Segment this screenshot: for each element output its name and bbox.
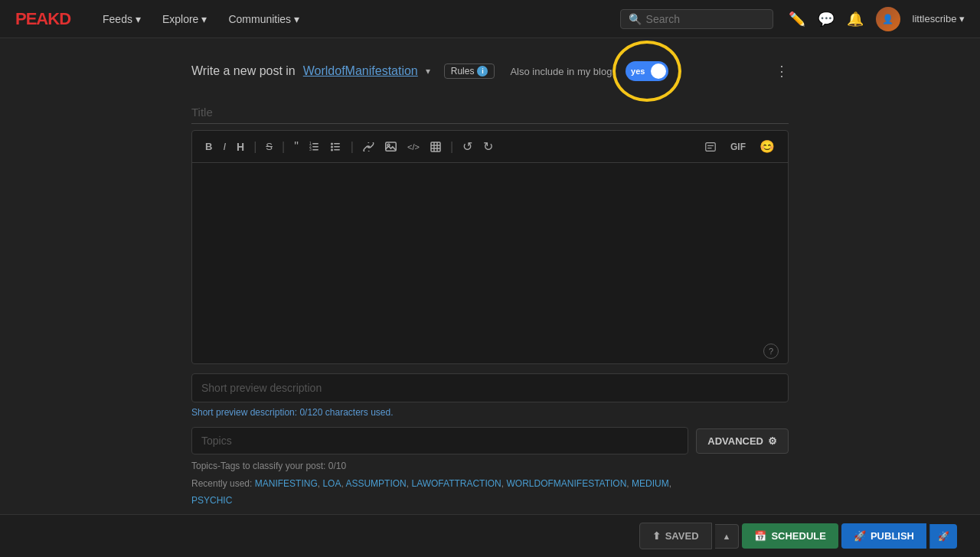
logo-accent: D xyxy=(59,9,70,28)
tag-worldofmanifestation[interactable]: WORLDOFMANIFESTATION xyxy=(506,478,626,489)
nav-feeds[interactable]: Feeds ▾ xyxy=(93,8,150,30)
toggle-label: yes xyxy=(631,67,645,76)
info-icon: i xyxy=(477,66,488,77)
search-icon: 🔍 xyxy=(629,13,642,25)
publish-dropdown-button[interactable]: 🚀 xyxy=(929,524,957,549)
blog-label: Also include in my blog: xyxy=(510,66,615,77)
logo-text: PEAK xyxy=(15,9,59,28)
help-button[interactable]: ? xyxy=(763,344,779,359)
strikethrough-button[interactable]: S xyxy=(262,138,276,155)
svg-rect-9 xyxy=(334,143,340,145)
chat-icon[interactable]: 💬 xyxy=(818,11,835,28)
saved-dropdown-button[interactable]: ▲ xyxy=(715,524,740,549)
publish-icon: 🚀 xyxy=(854,530,866,542)
nav-links: Feeds ▾ Explore ▾ Communities ▾ xyxy=(93,8,309,30)
gif-button[interactable]: GIF xyxy=(727,139,750,155)
saved-button[interactable]: ⬆ SAVED xyxy=(639,523,712,549)
tag-manifesting[interactable]: MANIFESTING xyxy=(255,478,318,489)
svg-rect-14 xyxy=(431,142,440,151)
nav-explore[interactable]: Explore ▾ xyxy=(153,8,216,30)
svg-rect-11 xyxy=(334,149,340,151)
separator-4: | xyxy=(450,140,453,154)
gear-icon: ⚙ xyxy=(768,435,777,447)
brand-logo[interactable]: PEAKD xyxy=(15,9,70,29)
edit-icon[interactable]: ✏️ xyxy=(789,11,805,28)
avatar[interactable]: 👤 xyxy=(876,7,900,31)
svg-point-7 xyxy=(331,145,333,148)
svg-rect-12 xyxy=(386,142,397,151)
calendar-icon: 📅 xyxy=(754,530,766,542)
nav-icons: ✏️ 💬 🔔 👤 littlescribe ▾ xyxy=(789,7,965,31)
bold-button[interactable]: B xyxy=(201,138,216,155)
title-input[interactable] xyxy=(191,101,789,124)
link-button[interactable] xyxy=(359,140,378,154)
publish-button[interactable]: 🚀 PUBLISH xyxy=(841,523,926,549)
post-heading-prefix: Write a new post in xyxy=(191,64,296,78)
separator-1: | xyxy=(253,140,256,154)
schedule-button[interactable]: 📅 SCHEDULE xyxy=(742,523,838,549)
separator-2: | xyxy=(282,140,285,154)
bell-icon[interactable]: 🔔 xyxy=(847,11,864,28)
heading-button[interactable]: H xyxy=(233,138,248,155)
main-content: Write a new post in WorldofManifestation… xyxy=(0,0,980,557)
editor-wrapper: B I H | S | " 123 | < xyxy=(191,130,789,364)
topics-input[interactable] xyxy=(191,427,688,454)
unordered-list-button[interactable] xyxy=(327,139,345,155)
tag-assumption[interactable]: ASSUMPTION xyxy=(345,478,406,489)
recent-tags: Recently used: MANIFESTING, LOA, ASSUMPT… xyxy=(191,476,789,509)
ordered-list-button[interactable]: 123 xyxy=(305,139,324,155)
community-name[interactable]: WorldofManifestation xyxy=(303,64,418,78)
redo-button[interactable]: ↻ xyxy=(479,137,497,156)
tag-psychic[interactable]: PSYCHIC xyxy=(191,495,232,506)
tag-medium[interactable]: MEDIUM xyxy=(632,478,669,489)
blog-toggle[interactable]: yes xyxy=(626,61,668,81)
svg-text:3: 3 xyxy=(309,147,312,151)
more-options-button[interactable]: ⋮ xyxy=(775,63,789,80)
chevron-down-icon: ▾ xyxy=(959,13,965,24)
svg-rect-10 xyxy=(334,146,340,148)
search-box[interactable]: 🔍 xyxy=(620,9,773,29)
text-insert-button[interactable] xyxy=(701,139,720,155)
code-button[interactable]: </> xyxy=(403,140,423,154)
blockquote-button[interactable]: " xyxy=(290,138,302,156)
topics-note: Topics-Tags to classify your post: 0/10 xyxy=(191,461,789,471)
svg-rect-2 xyxy=(312,149,318,151)
emoji-button[interactable]: 😊 xyxy=(756,137,779,156)
char-count: Short preview description: 0/120 charact… xyxy=(191,407,789,418)
svg-rect-19 xyxy=(706,142,715,151)
toolbar-right: GIF 😊 xyxy=(701,137,779,156)
chevron-down-icon: ▾ xyxy=(136,13,141,25)
community-dropdown[interactable]: ▾ xyxy=(426,66,430,77)
svg-point-6 xyxy=(331,142,333,145)
nav-communities[interactable]: Communities ▾ xyxy=(219,8,309,30)
tag-loa[interactable]: LOA xyxy=(322,478,341,489)
title-row xyxy=(191,101,789,124)
topics-row: ADVANCED ⚙ xyxy=(191,427,789,454)
separator-3: | xyxy=(351,140,354,154)
toggle-knob xyxy=(651,64,666,79)
tag-lawofattraction[interactable]: LAWOFATTRACTION xyxy=(411,478,501,489)
advanced-button[interactable]: ADVANCED ⚙ xyxy=(696,428,789,454)
preview-description-input[interactable] xyxy=(191,373,789,402)
help-section: ? xyxy=(192,339,788,363)
svg-rect-0 xyxy=(312,143,318,145)
bottom-bar: ⬆ SAVED ▲ 📅 SCHEDULE 🚀 PUBLISH 🚀 xyxy=(0,514,980,557)
editor-container: Write a new post in WorldofManifestation… xyxy=(176,38,804,557)
chevron-down-icon: ▾ xyxy=(201,13,207,25)
chevron-down-icon: ▾ xyxy=(294,13,299,25)
editor-toolbar: B I H | S | " 123 | < xyxy=(192,131,788,163)
navbar: PEAKD Feeds ▾ Explore ▾ Communities ▾ 🔍 … xyxy=(0,0,980,38)
rules-badge[interactable]: Rules i xyxy=(444,64,495,79)
user-menu[interactable]: littlescribe ▾ xyxy=(913,13,965,24)
svg-rect-1 xyxy=(312,146,318,148)
italic-button[interactable]: I xyxy=(219,138,230,155)
save-icon: ⬆ xyxy=(652,530,661,542)
blog-toggle-wrapper: yes xyxy=(626,61,668,81)
post-header: Write a new post in WorldofManifestation… xyxy=(191,54,789,89)
search-input[interactable] xyxy=(646,13,765,25)
editor-area[interactable] xyxy=(192,163,788,339)
image-button[interactable] xyxy=(381,139,400,154)
table-button[interactable] xyxy=(426,139,445,155)
svg-point-8 xyxy=(331,148,333,151)
undo-button[interactable]: ↺ xyxy=(459,137,476,156)
